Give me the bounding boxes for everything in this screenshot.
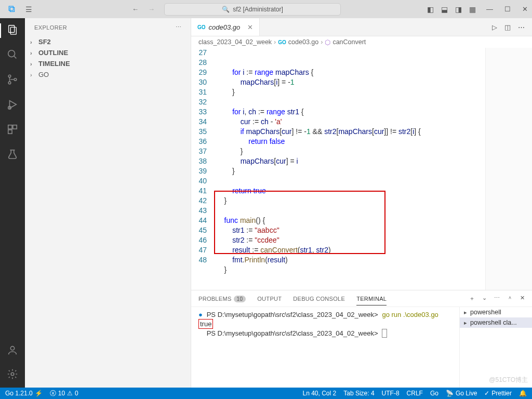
layout-left-icon[interactable]: ◧ — [427, 5, 434, 14]
activity-search-icon[interactable] — [6, 48, 19, 61]
sidebar-item-outline[interactable]: ›OUTLINE — [25, 47, 191, 58]
status-cursor-pos[interactable]: Ln 40, Col 2 — [303, 390, 337, 397]
status-bar: Go 1.21.0 ⚡ ⓧ10 ⚠0 Ln 40, Col 2 Tab Size… — [0, 388, 532, 399]
status-encoding[interactable]: UTF-8 — [382, 390, 400, 397]
layout-right-icon[interactable]: ◨ — [455, 5, 462, 14]
command-center[interactable]: 🔍 sf2 [Administrator] — [164, 3, 341, 16]
split-editor-icon[interactable]: ◫ — [504, 23, 511, 31]
run-icon[interactable]: ▷ — [492, 23, 497, 31]
svg-rect-1 — [10, 27, 16, 34]
source-control-icon[interactable] — [6, 73, 19, 86]
terminal-icon: ▸ — [464, 309, 467, 316]
svg-point-2 — [8, 50, 15, 57]
chevron-right-icon: › — [30, 50, 36, 56]
status-notifications-icon[interactable]: 🔔 — [519, 390, 527, 397]
function-icon: ⬡ — [325, 38, 330, 46]
terminal-item-powershell[interactable]: ▸powershell — [460, 307, 532, 317]
command-center-text: sf2 [Administrator] — [233, 6, 283, 13]
terminal-item-powershell-2[interactable]: ▸powershell cla... — [460, 317, 532, 328]
layout-custom-icon[interactable]: ▦ — [469, 5, 476, 14]
go-file-icon: GO — [278, 39, 286, 45]
svg-rect-11 — [8, 130, 12, 134]
svg-point-6 — [14, 78, 17, 81]
run-debug-icon[interactable] — [6, 98, 19, 111]
window-maximize-icon[interactable]: ☐ — [504, 5, 511, 13]
explorer-sidebar: EXPLORER ⋯ ›SF2 ›OUTLINE ›TIMELINE ›GO — [25, 18, 191, 388]
svg-point-5 — [8, 82, 11, 84]
explorer-icon[interactable] — [6, 23, 19, 36]
explorer-title: EXPLORER — [34, 24, 67, 31]
nav-forward-icon[interactable]: → — [148, 5, 155, 13]
sidebar-item-timeline[interactable]: ›TIMELINE — [25, 58, 191, 69]
search-icon: 🔍 — [222, 6, 230, 13]
panel-maximize-icon[interactable]: ＾ — [507, 295, 513, 302]
status-language[interactable]: Go — [430, 390, 438, 397]
chevron-right-icon: › — [30, 61, 36, 67]
accounts-icon[interactable] — [6, 344, 19, 356]
explorer-more-icon[interactable]: ⋯ — [176, 24, 181, 31]
terminal-list: ▸powershell ▸powershell cla... — [459, 307, 532, 388]
sidebar-item-go[interactable]: ›GO — [25, 69, 191, 80]
chevron-right-icon: › — [30, 39, 36, 45]
split-terminal-icon[interactable]: ⌄ — [482, 295, 487, 302]
editor-tabs: GO code03.go ✕ ▷ ◫ ⋯ — [191, 18, 532, 36]
go-file-icon: GO — [197, 24, 206, 30]
settings-gear-icon[interactable] — [6, 368, 19, 380]
panel-close-icon[interactable]: ✕ — [520, 295, 525, 302]
editor-area: GO code03.go ✕ ▷ ◫ ⋯ class_2023_04_02_we… — [191, 18, 532, 388]
error-icon: ⓧ — [50, 389, 56, 398]
editor-more-icon[interactable]: ⋯ — [518, 23, 525, 31]
svg-rect-10 — [13, 125, 17, 129]
chevron-right-icon: › — [30, 72, 36, 78]
tab-close-icon[interactable]: ✕ — [247, 23, 253, 31]
status-eol[interactable]: CRLF — [407, 390, 423, 397]
testing-icon[interactable] — [6, 148, 19, 161]
nav-back-icon[interactable]: ← — [132, 5, 139, 13]
minimap[interactable] — [485, 48, 532, 290]
panel-tab-terminal[interactable]: TERMINAL — [356, 296, 387, 305]
broadcast-icon: 📡 — [446, 390, 454, 397]
lightning-icon: ⚡ — [35, 390, 43, 397]
bottom-panel: PROBLEMS10 OUTPUT DEBUG CONSOLE TERMINAL… — [191, 290, 532, 388]
code-content[interactable]: for i := range mapChars { mapChars[i] = … — [216, 48, 485, 290]
status-problems[interactable]: ⓧ10 ⚠0 — [50, 389, 78, 398]
svg-rect-0 — [9, 25, 15, 33]
window-close-icon[interactable]: ✕ — [522, 5, 528, 13]
svg-point-14 — [11, 373, 14, 376]
activity-bar — [0, 18, 25, 388]
line-gutter: 2728293031323334353637383940414243444546… — [191, 48, 216, 290]
menu-icon[interactable]: ☰ — [25, 5, 32, 14]
result-highlight: true — [198, 319, 213, 329]
tab-label: code03.go — [209, 23, 241, 31]
layout-bottom-icon[interactable]: ⬓ — [441, 5, 448, 14]
new-terminal-icon[interactable]: ＋ — [469, 295, 475, 302]
panel-more-icon[interactable]: ⋯ — [494, 295, 500, 302]
breadcrumb[interactable]: class_2023_04_02_week › GO code03.go › ⬡… — [191, 36, 532, 48]
status-go-live[interactable]: 📡Go Live — [446, 390, 477, 397]
terminal-icon: ▸ — [464, 320, 467, 326]
terminal-output[interactable]: ● PS D:\mysetup\gopath\src\sf2\class_202… — [191, 307, 459, 388]
panel-tab-output[interactable]: OUTPUT — [257, 296, 282, 302]
code-editor[interactable]: 2728293031323334353637383940414243444546… — [191, 48, 532, 290]
svg-point-13 — [10, 347, 14, 350]
tab-code03[interactable]: GO code03.go ✕ — [191, 18, 260, 36]
panel-tab-problems[interactable]: PROBLEMS10 — [198, 296, 246, 302]
status-go-version[interactable]: Go 1.21.0 ⚡ — [5, 390, 43, 397]
check-icon: ✓ — [484, 390, 489, 397]
status-prettier[interactable]: ✓Prettier — [484, 390, 512, 397]
title-bar: ⧉ ☰ ← → 🔍 sf2 [Administrator] ◧ ⬓ ◨ ▦ — … — [0, 0, 532, 18]
warning-icon: ⚠ — [67, 390, 73, 397]
vscode-logo-icon: ⧉ — [8, 4, 15, 15]
extensions-icon[interactable] — [6, 123, 19, 136]
svg-line-3 — [14, 56, 17, 59]
panel-tab-debug[interactable]: DEBUG CONSOLE — [293, 296, 345, 302]
svg-rect-9 — [8, 125, 12, 129]
window-minimize-icon[interactable]: — — [486, 5, 493, 13]
status-tab-size[interactable]: Tab Size: 4 — [343, 390, 374, 397]
svg-point-4 — [8, 75, 11, 77]
sidebar-item-sf2[interactable]: ›SF2 — [25, 36, 191, 47]
